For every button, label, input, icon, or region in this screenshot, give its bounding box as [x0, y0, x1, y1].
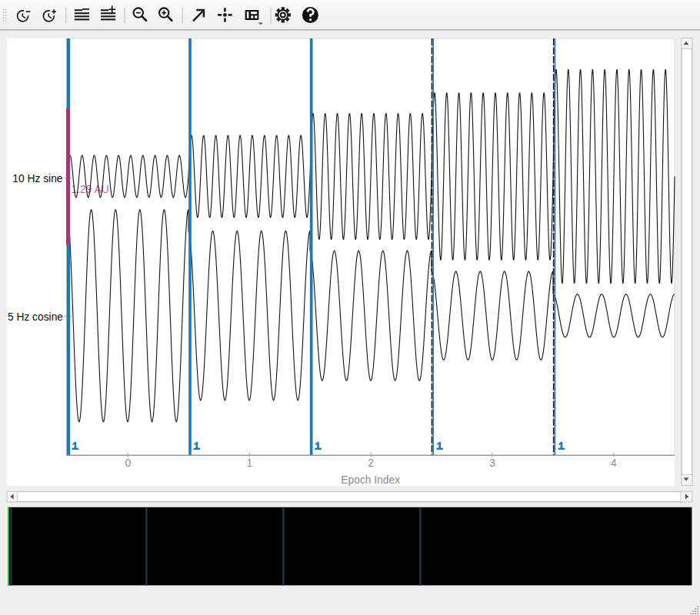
svg-text:3: 3 [489, 457, 495, 469]
svg-text:5 Hz cosine: 5 Hz cosine [8, 311, 63, 323]
svg-text:1: 1 [246, 457, 252, 469]
svg-text:10 Hz sine: 10 Hz sine [12, 173, 63, 184]
svg-text:0: 0 [125, 457, 131, 469]
svg-text:Epoch Index: Epoch Index [341, 474, 400, 486]
svg-text:2: 2 [368, 457, 374, 469]
svg-text:4: 4 [611, 457, 617, 469]
